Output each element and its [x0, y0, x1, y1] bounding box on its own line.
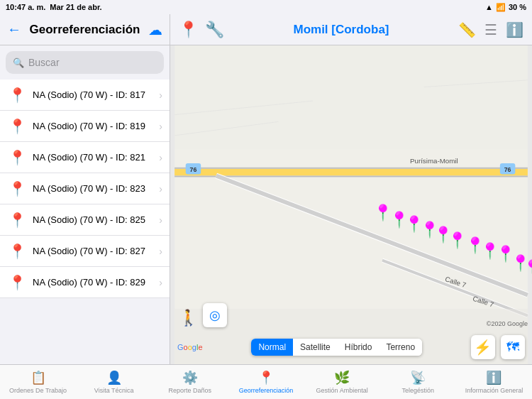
locate-button[interactable]: ◎ — [203, 303, 227, 327]
upload-button[interactable]: ☁ — [148, 21, 162, 38]
item-label: NA (Sodio) (70 W) - ID: 819 — [33, 121, 153, 131]
map-layers-button[interactable]: 🗺 — [501, 335, 525, 359]
tab-reporte[interactable]: ⚙️ Reporte Daños — [152, 365, 228, 399]
chevron-right-icon: › — [159, 246, 162, 257]
tab-reporte-icon: ⚙️ — [182, 370, 198, 386]
tab-telegestion[interactable]: 📡 Telegéstión — [380, 365, 456, 399]
tab-gestion[interactable]: 🌿 Gestión Ambiental — [304, 365, 380, 399]
street-view-button[interactable]: 🚶 — [179, 309, 198, 327]
status-right: ▲ 📶 30 % — [485, 3, 526, 12]
wifi-icon: ▲ — [485, 3, 493, 11]
status-left: 10:47 a. m. Mar 21 de abr. — [6, 3, 102, 11]
search-placeholder: Buscar — [28, 57, 60, 68]
map-filter-icon: 🔧 — [205, 21, 224, 39]
list-item[interactable]: 📍 NA (Sodio) (70 W) - ID: 829 › — [0, 267, 170, 298]
item-label: NA (Sodio) (70 W) - ID: 821 — [33, 152, 153, 163]
list-items: 📍 NA (Sodio) (70 W) - ID: 817 › 📍 NA (So… — [0, 80, 170, 364]
chevron-right-icon: › — [159, 214, 162, 226]
status-date: Mar 21 de abr. — [50, 3, 101, 11]
google-logo: Google — [177, 343, 203, 351]
tab-reporte-label: Reporte Daños — [169, 387, 212, 394]
item-label: NA (Sodio) (70 W) - ID: 823 — [33, 183, 153, 194]
list-item[interactable]: 📍 NA (Sodio) (70 W) - ID: 827 › — [0, 236, 170, 267]
map-title: Momil [Cordoba] — [224, 23, 458, 37]
tab-gestion-label: Gestión Ambiental — [316, 387, 368, 394]
tab-geo-icon: 📍 — [258, 370, 274, 386]
status-bar: 10:47 a. m. Mar 21 de abr. ▲ 📶 30 % — [0, 0, 532, 14]
item-pin-icon: 📍 — [7, 148, 27, 168]
tab-gestion-icon: 🌿 — [334, 370, 350, 386]
tab-ordenes[interactable]: 📋 Ordenes De Trabajo — [0, 365, 76, 399]
content-area: 🔍 Buscar 📍 NA (Sodio) (70 W) - ID: 817 ›… — [0, 45, 532, 364]
item-pin-icon: 📍 — [7, 179, 27, 199]
map-pin-icon: 📍 — [179, 21, 198, 39]
map-bottom: Google NormalSatelliteHíbridoTerreno ⚡ 🗺 — [170, 330, 532, 364]
tab-geo-label: Georreferenciación — [239, 387, 294, 394]
map-type-satellite-button[interactable]: Satellite — [293, 339, 338, 356]
tab-telegestion-label: Telegéstión — [402, 387, 435, 394]
info-icon[interactable]: ℹ️ — [506, 21, 523, 38]
list-item[interactable]: 📍 NA (Sodio) (70 W) - ID: 819 › — [0, 111, 170, 142]
chevron-right-icon: › — [159, 152, 162, 163]
chevron-right-icon: › — [159, 183, 162, 195]
item-label: NA (Sodio) (70 W) - ID: 827 — [33, 246, 153, 256]
map-right-controls: ⚡ 🗺 — [471, 335, 525, 359]
map-header-icons: 📏 ☰ ℹ️ — [458, 21, 523, 38]
lightning-button[interactable]: ⚡ — [471, 335, 495, 359]
map-area[interactable]: 76 76 Purísima-Momil Calle 7 Calle 7 — [170, 45, 532, 364]
search-icon: 🔍 — [13, 58, 24, 68]
map-copyright: ©2020 Google — [487, 320, 528, 327]
map-type-selector: NormalSatelliteHíbridoTerreno — [251, 339, 422, 356]
list-item[interactable]: 📍 NA (Sodio) (70 W) - ID: 823 › — [0, 173, 170, 204]
map-type-terreno-button[interactable]: Terreno — [379, 339, 422, 356]
search-bar[interactable]: 🔍 Buscar — [6, 51, 164, 74]
item-pin-icon: 📍 — [7, 273, 27, 293]
item-pin-icon: 📍 — [7, 85, 27, 105]
tab-visita[interactable]: 👤 Visita Técnica — [76, 365, 152, 399]
battery-status: 30 % — [509, 3, 526, 11]
tab-visita-icon: 👤 — [106, 370, 122, 386]
item-pin-icon: 📍 — [7, 241, 27, 261]
bottom-tabs: 📋 Ordenes De Trabajo 👤 Visita Técnica ⚙️… — [0, 364, 532, 399]
item-pin-icon: 📍 — [7, 116, 27, 136]
tab-info-label: Información General — [465, 387, 523, 394]
tab-info-icon: ℹ️ — [486, 370, 501, 386]
list-item[interactable]: 📍 NA (Sodio) (70 W) - ID: 825 › — [0, 204, 170, 236]
signal-icon: 📶 — [496, 3, 506, 12]
list-item[interactable]: 📍 NA (Sodio) (70 W) - ID: 817 › — [0, 80, 170, 111]
chevron-right-icon: › — [159, 277, 162, 288]
item-pin-icon: 📍 — [7, 210, 27, 230]
map-pin-10[interactable]: 📍 — [523, 259, 533, 278]
chevron-right-icon: › — [159, 121, 162, 132]
status-time: 10:47 a. m. — [6, 3, 45, 11]
tab-ordenes-label: Ordenes De Trabajo — [9, 387, 67, 394]
sidebar-title: Georreferenciación — [30, 23, 140, 37]
app-container: ← Georreferenciación ☁ 📍 🔧 Momil [Cordob… — [0, 14, 532, 399]
map-type-hibrido-button[interactable]: Híbrido — [338, 339, 379, 356]
back-button[interactable]: ← — [7, 21, 21, 38]
map-type-normal-button[interactable]: Normal — [251, 339, 293, 356]
item-label: NA (Sodio) (70 W) - ID: 825 — [33, 214, 153, 225]
map-pin-5[interactable]: 📍 — [448, 231, 467, 250]
list-icon[interactable]: ☰ — [484, 21, 497, 38]
list-item[interactable]: 📍 NA (Sodio) (70 W) - ID: 821 › — [0, 142, 170, 173]
sidebar: 🔍 Buscar 📍 NA (Sodio) (70 W) - ID: 817 ›… — [0, 45, 170, 364]
tab-info[interactable]: ℹ️ Información General — [456, 365, 532, 399]
tab-telegestion-icon: 📡 — [410, 370, 426, 386]
item-label: NA (Sodio) (70 W) - ID: 817 — [33, 89, 153, 100]
tab-ordenes-icon: 📋 — [31, 370, 46, 386]
sidebar-header: ← Georreferenciación ☁ — [0, 14, 170, 45]
tab-visita-label: Visita Técnica — [94, 387, 134, 394]
chevron-right-icon: › — [159, 89, 162, 101]
top-nav: ← Georreferenciación ☁ 📍 🔧 Momil [Cordob… — [0, 14, 532, 45]
item-label: NA (Sodio) (70 W) - ID: 829 — [33, 277, 153, 288]
map-header: 📍 🔧 Momil [Cordoba] 📏 ☰ ℹ️ — [170, 14, 532, 45]
ruler-icon[interactable]: 📏 — [458, 21, 476, 38]
tab-geo[interactable]: 📍 Georreferenciación — [228, 365, 304, 399]
